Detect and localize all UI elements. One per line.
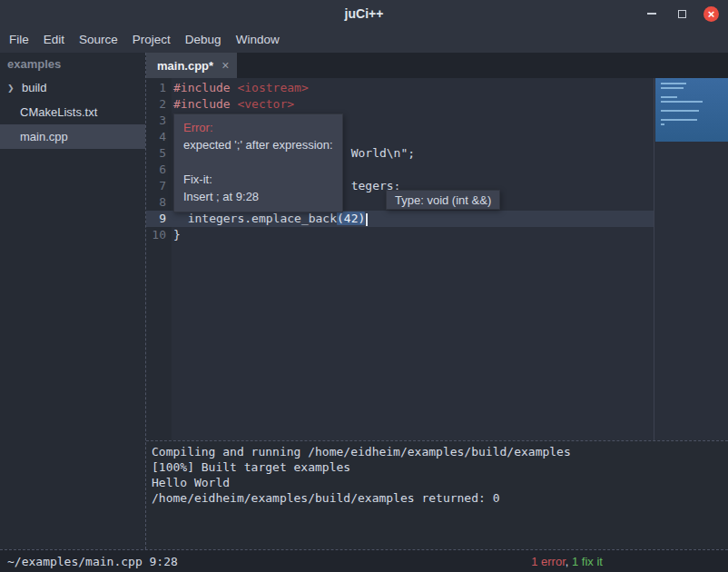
source-overview-map[interactable] (655, 78, 728, 142)
diagnostic-title: Error: (183, 119, 333, 136)
code-token: <iostream> (237, 81, 308, 94)
chevron-right-icon: ❯ (7, 84, 22, 93)
line-number-8: 8 (146, 194, 172, 211)
line-number-gutter: 12345678910 (146, 78, 172, 440)
editor-column: main.cpp*× 12345678910 #include <iostrea… (145, 53, 728, 549)
overview-code-line (661, 110, 699, 112)
code-token: <vector> (237, 97, 294, 111)
editor[interactable]: 12345678910 #include <iostream>#include … (146, 78, 728, 440)
tab-close-icon[interactable]: × (221, 59, 229, 72)
overview-code-line (661, 87, 684, 89)
menu-item-source[interactable]: Source (72, 27, 125, 53)
tooltip-spacer (183, 153, 333, 171)
terminal-line: /home/eidheim/examples/build/examples re… (152, 490, 728, 506)
code-line-10[interactable]: } (172, 227, 654, 243)
tabbar: main.cpp*× (146, 53, 728, 78)
terminal-line: Compiling and running /home/eidheim/exam… (152, 444, 728, 459)
line-number-6: 6 (146, 162, 172, 178)
line-number-5: 5 (146, 145, 172, 162)
close-icon: × (708, 7, 715, 21)
code-line-2[interactable]: #include <vector> (172, 96, 654, 113)
diagnostic-message: expected ';' after expression: (183, 136, 333, 153)
code-line-1[interactable]: #include <iostream> (172, 80, 654, 96)
minimize-button[interactable] (644, 5, 660, 22)
code-line-9[interactable]: integers.emplace_back(42) (172, 211, 654, 227)
line-number-10: 10 (146, 227, 172, 243)
type-tooltip: Type: void (int &&) (386, 190, 500, 210)
status-separator: , (566, 555, 572, 568)
menubar: FileEditSourceProjectDebugWindow (0, 27, 728, 53)
status-fixit-count: 1 fix it (572, 555, 603, 568)
line-number-7: 7 (146, 178, 172, 194)
status-error-count: 1 error (531, 555, 566, 568)
menu-item-window[interactable]: Window (229, 27, 287, 53)
tab-label: main.cpp* (157, 59, 213, 73)
overview-code-line (661, 96, 677, 98)
line-number-4: 4 (146, 129, 172, 145)
overview-code-line (661, 83, 686, 84)
overview-code-line (661, 119, 697, 121)
line-number-1: 1 (146, 80, 172, 96)
code-token: #include (173, 97, 237, 111)
app-window: juCi++ × FileEditSourceProjectDebugWindo… (0, 0, 728, 572)
menu-item-project[interactable]: Project (125, 27, 178, 53)
diagnostic-tooltip: Error: expected ';' after expression: Fi… (173, 113, 343, 212)
line-number-3: 3 (146, 113, 172, 129)
editor-right-margin (654, 78, 728, 440)
restore-button[interactable] (674, 5, 690, 22)
code-token: integers.emplace_back (173, 212, 337, 225)
code-token: World\n"; (351, 146, 415, 160)
terminal-line: Hello World (152, 475, 728, 490)
overview-code-line (661, 101, 703, 103)
titlebar: juCi++ × (0, 0, 728, 27)
sidebar-item-label: CMakeLists.txt (20, 105, 97, 119)
menu-item-edit[interactable]: Edit (36, 27, 72, 53)
line-number-9: 9 (146, 211, 172, 227)
menu-item-debug[interactable]: Debug (178, 27, 229, 53)
project-name: examples (0, 53, 145, 75)
tab-main-cpp[interactable]: main.cpp*× (146, 53, 237, 78)
line-number-2: 2 (146, 96, 172, 113)
window-title: juCi++ (345, 6, 384, 21)
sidebar-item-label: build (22, 81, 46, 94)
sidebar-item-label: main.cpp (20, 130, 68, 143)
text-cursor (366, 213, 368, 226)
main-area: examples ❯buildCMakeLists.txtmain.cpp ma… (0, 53, 728, 549)
fixit-suggestion: Insert ; at 9:28 (183, 188, 333, 205)
code-token: #include (173, 81, 237, 94)
sidebar-item-build[interactable]: ❯build (0, 75, 145, 100)
sidebar-item-cmakelists-txt[interactable]: CMakeLists.txt (0, 100, 145, 124)
window-controls: × (644, 0, 719, 27)
status-diagnostics: 1 error, 1 fix it (531, 555, 603, 568)
close-button[interactable]: × (703, 6, 719, 22)
status-file-location: ~/examples/main.cpp 9:28 (7, 555, 178, 568)
file-tree-sidebar: examples ❯buildCMakeLists.txtmain.cpp (0, 53, 145, 549)
sidebar-item-main-cpp[interactable]: main.cpp (0, 124, 145, 149)
statusbar: ~/examples/main.cpp 9:28 1 error, 1 fix … (0, 549, 728, 572)
minimize-icon (647, 13, 656, 15)
overview-code-line (661, 123, 664, 125)
fixit-label: Fix-it: (183, 171, 333, 188)
code-token: (42) (337, 212, 365, 225)
code-token: } (173, 228, 181, 242)
restore-icon (678, 10, 686, 18)
menu-item-file[interactable]: File (2, 27, 36, 53)
terminal-line: [100%] Built target examples (152, 459, 728, 475)
file-tree: ❯buildCMakeLists.txtmain.cpp (0, 75, 145, 149)
terminal-output[interactable]: Compiling and running /home/eidheim/exam… (146, 440, 728, 549)
